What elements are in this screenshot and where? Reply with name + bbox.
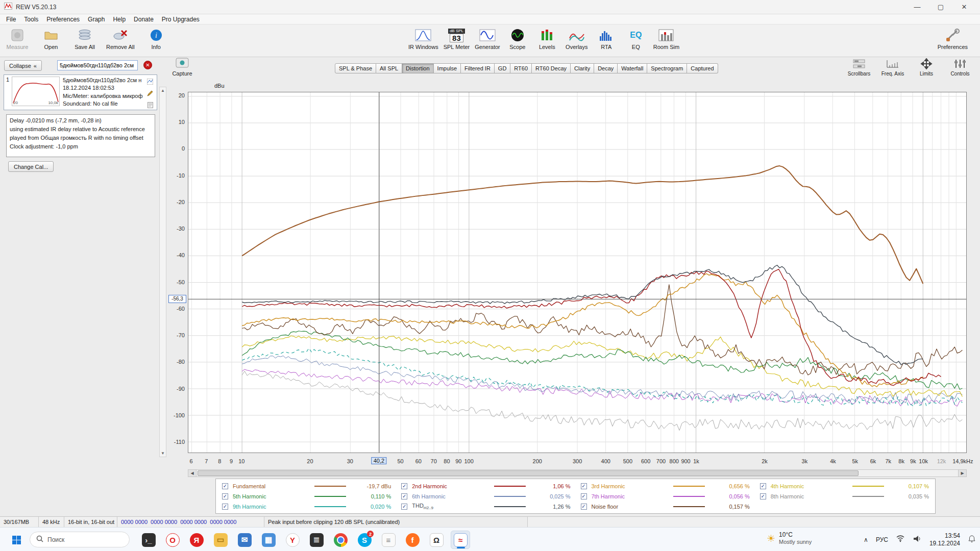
spl-meter-button[interactable]: dB SPL 83 SPL Meter (444, 28, 470, 50)
scrollbars-toggle-button[interactable]: Scrollbars (845, 58, 873, 77)
language-indicator[interactable]: РУС (876, 536, 888, 543)
legend-checkbox[interactable]: ✓ (581, 493, 587, 499)
measurement-name-input[interactable] (57, 60, 138, 70)
legend-checkbox[interactable]: ✓ (581, 483, 587, 489)
taskbar-app-yandex[interactable]: Y (283, 531, 302, 549)
taskbar-app-terminal[interactable]: ›_ (139, 531, 158, 549)
tab-rt60-decay[interactable]: RT60 Decay (532, 63, 571, 73)
taskbar-app-omega[interactable]: Ω (427, 531, 446, 549)
distortion-plot[interactable] (188, 92, 967, 453)
notes-icon[interactable] (148, 101, 153, 110)
minimize-button[interactable]: — (905, 0, 929, 14)
notification-bell-icon[interactable] (968, 535, 976, 545)
weather-widget[interactable]: ☀ 10°C Mostly sunny (767, 531, 812, 546)
levels-button[interactable]: Levels (535, 28, 559, 50)
remove-all-button[interactable]: Remove All (106, 28, 135, 50)
capture-button[interactable]: Capture (170, 57, 194, 77)
taskbar-app-file-explorer[interactable]: ▭ (211, 531, 230, 549)
hidden-icons-chevron[interactable]: ∧ (864, 536, 868, 543)
tab-decay[interactable]: Decay (594, 63, 618, 73)
taskbar-app-rew[interactable]: ≈ (451, 531, 470, 549)
remove-measurement-button[interactable]: ✕ (143, 61, 152, 69)
menu-graph[interactable]: Graph (84, 15, 109, 24)
h-scrollbar-thumb[interactable] (198, 470, 859, 476)
menu-help[interactable]: Help (109, 15, 130, 24)
tab-distortion[interactable]: Distortion (402, 63, 433, 73)
menu-pro-upgrades[interactable]: Pro Upgrades (158, 15, 204, 24)
graph-h-scrollbar[interactable]: ◀ ▶ (188, 469, 967, 477)
measurement-info: 5дюймов50гдн110дб2во 2см н 18.12.2024 18… (60, 77, 145, 108)
taskbar-app-firefox[interactable]: f (403, 531, 422, 549)
status-sample-rate: 48 kHz (39, 517, 64, 527)
change-cal-button[interactable]: Change Cal... (8, 161, 54, 172)
rta-button[interactable]: RTA (594, 28, 619, 50)
legend-checkbox[interactable]: ✓ (222, 493, 228, 499)
room-sim-button[interactable]: Room Sim (653, 28, 679, 50)
tab-captured[interactable]: Captured (687, 63, 718, 73)
start-button[interactable] (8, 532, 24, 548)
open-button[interactable]: Open (39, 28, 63, 50)
controls-button[interactable]: Controls (946, 58, 974, 77)
legend-checkbox[interactable]: ✓ (222, 483, 228, 489)
panel-scrollbar[interactable]: ▲ ▼ (159, 87, 166, 457)
taskbar-app-yandex-browser[interactable]: Я (187, 531, 206, 549)
scroll-up-icon[interactable]: ▲ (161, 88, 165, 93)
limits-button[interactable]: Limits (913, 58, 940, 77)
clock[interactable]: 13:54 19.12.2024 (929, 532, 960, 547)
tab-filtered-ir[interactable]: Filtered IR (461, 63, 495, 73)
legend-checkbox[interactable]: ✓ (222, 504, 228, 510)
scroll-down-icon[interactable]: ▼ (161, 451, 165, 456)
scroll-right-icon[interactable]: ▶ (958, 470, 966, 477)
collapse-button[interactable]: Collapse « (4, 60, 42, 71)
legend-item-5th-harmonic: ✓5th Harmonic0,110 % (222, 491, 391, 502)
scope-button[interactable]: Scope (505, 28, 530, 50)
legend-item-fundamental: ✓Fundamental-19,7 dBu (222, 481, 391, 491)
tab-spectrogram[interactable]: Spectrogram (647, 63, 687, 73)
save-all-button[interactable]: Save All (72, 28, 97, 50)
taskbar-app-mail[interactable]: ✉ (235, 531, 254, 549)
legend-checkbox[interactable]: ✓ (401, 493, 407, 499)
info-button[interactable]: i Info (144, 28, 168, 50)
legend-checkbox[interactable]: ✓ (760, 493, 766, 499)
edit-pencil-icon[interactable] (147, 89, 153, 98)
taskbar-app-mixer[interactable]: ≣ (307, 531, 326, 549)
overlays-button[interactable]: Overlays (565, 28, 589, 50)
legend-checkbox[interactable]: ✓ (760, 483, 766, 489)
trace-color-icon[interactable] (147, 78, 153, 87)
tab-clarity[interactable]: Clarity (571, 63, 594, 73)
tab-all-spl[interactable]: All SPL (376, 63, 402, 73)
taskbar-app-opera[interactable]: O (163, 531, 182, 549)
eq-button[interactable]: EQ EQ (624, 28, 648, 50)
weather-temp: 10°C (779, 531, 812, 539)
legend-checkbox[interactable]: ✓ (401, 504, 407, 510)
tab-rt60[interactable]: RT60 (510, 63, 532, 73)
legend-checkbox[interactable]: ✓ (401, 483, 407, 489)
maximize-button[interactable]: ▢ (929, 0, 952, 14)
measurement-card[interactable]: 1 20 10,0k 5дюймов50гдн110дб2во 2см н 18… (4, 74, 157, 110)
taskbar-app-chrome[interactable] (331, 531, 350, 549)
preferences-button[interactable]: Preferences (938, 28, 968, 50)
tab-impulse[interactable]: Impulse (434, 63, 461, 73)
x-tick-100: 100 (464, 458, 473, 464)
y-tick--10: -10 (163, 172, 185, 179)
tab-spl-phase[interactable]: SPL & Phase (335, 63, 376, 73)
menu-tools[interactable]: Tools (20, 15, 42, 24)
scroll-left-icon[interactable]: ◀ (188, 470, 197, 477)
taskbar-search[interactable]: Поиск (30, 532, 130, 547)
taskbar-app-calculator[interactable]: ▦ (259, 531, 278, 549)
tab-gd[interactable]: GD (495, 63, 511, 73)
taskbar-app-notes[interactable]: ≡ (379, 531, 398, 549)
menu-preferences[interactable]: Preferences (42, 15, 84, 24)
close-button[interactable]: ✕ (952, 0, 976, 14)
wifi-icon[interactable] (896, 535, 905, 544)
taskbar-app-skype[interactable]: S2 (355, 531, 374, 549)
tab-waterfall[interactable]: Waterfall (618, 63, 647, 73)
menu-donate[interactable]: Donate (130, 15, 158, 24)
ir-windows-button[interactable]: IR Windows (408, 28, 438, 50)
legend-checkbox[interactable]: ✓ (581, 504, 587, 510)
menu-file[interactable]: File (2, 15, 20, 24)
measure-button[interactable]: Measure (5, 28, 30, 50)
freq-axis-button[interactable]: Freq. Axis (879, 58, 906, 77)
generator-button[interactable]: Generator (475, 28, 500, 50)
volume-icon[interactable] (913, 535, 922, 544)
